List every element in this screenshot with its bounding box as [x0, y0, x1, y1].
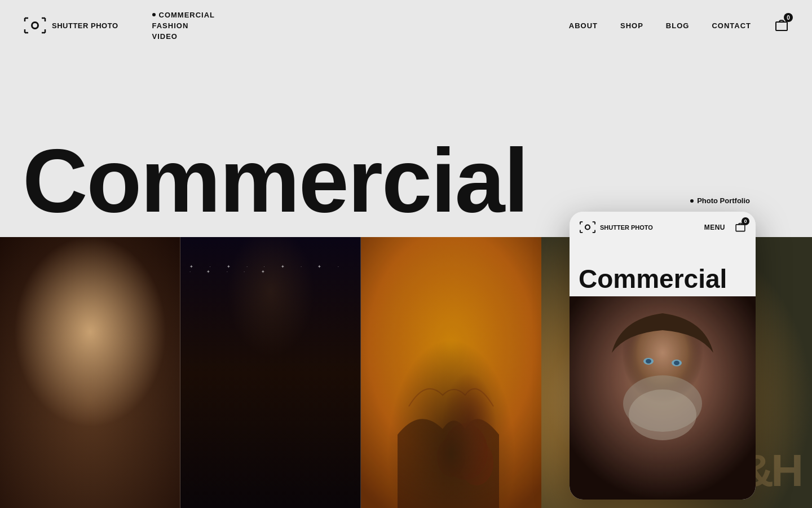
svg-rect-31 [180, 463, 361, 480]
svg-rect-4 [0, 237, 180, 508]
svg-point-11 [51, 356, 130, 412]
svg-point-26 [358, 287, 359, 288]
svg-rect-39 [361, 237, 541, 508]
nav-blog[interactable]: BLOG [666, 21, 690, 30]
svg-point-19 [318, 242, 319, 243]
man-portrait-svg [0, 237, 180, 508]
nav-commercial[interactable]: COMMERCIAL [152, 11, 215, 19]
svg-rect-32 [211, 406, 213, 474]
svg-line-38 [325, 429, 333, 440]
logo-icon [23, 16, 47, 35]
active-dot [152, 13, 156, 16]
svg-point-7 [72, 316, 78, 322]
photo-man-block[interactable] [0, 237, 180, 508]
svg-line-37 [316, 421, 325, 432]
svg-point-48 [586, 226, 589, 229]
nav-about[interactable]: ABOUT [569, 21, 598, 30]
nav-contact[interactable]: CONTACT [712, 21, 751, 30]
mobile-hero-title: Commercial [579, 266, 727, 292]
svg-point-42 [437, 437, 465, 477]
photo-portfolio-label: Photo Portfolio [690, 196, 750, 205]
svg-point-16 [222, 248, 223, 249]
photo-night [180, 237, 361, 508]
svg-point-20 [341, 256, 342, 257]
svg-point-22 [188, 276, 189, 277]
svg-point-23 [233, 268, 235, 269]
site-header: SHUTTER PHOTO COMMERCIAL FASHION VIDEO A… [0, 0, 812, 51]
mobile-logo: SHUTTER PHOTO [579, 220, 653, 234]
svg-rect-13 [180, 237, 361, 508]
photo-orange [361, 237, 541, 508]
mobile-header-right: MENU 0 [704, 220, 747, 235]
mobile-hero-section: Commercial [570, 243, 756, 296]
svg-point-5 [39, 265, 141, 389]
mobile-photo-svg [570, 296, 756, 500]
svg-rect-27 [245, 361, 296, 508]
svg-point-17 [250, 245, 251, 246]
svg-rect-58 [570, 296, 756, 500]
svg-line-35 [197, 432, 212, 440]
logo-text: SHUTTER PHOTO [52, 21, 118, 30]
svg-point-8 [100, 317, 111, 325]
svg-point-9 [102, 318, 109, 323]
svg-point-24 [267, 262, 268, 263]
svg-point-14 [223, 248, 358, 339]
mobile-cart-button[interactable]: 0 [734, 220, 747, 235]
nav-video[interactable]: VIDEO [152, 32, 215, 41]
logo-link[interactable]: SHUTTER PHOTO [23, 16, 118, 35]
svg-point-10 [45, 339, 135, 406]
svg-point-15 [200, 253, 201, 255]
label-dot [690, 199, 694, 203]
hero-section: Commercial [0, 51, 812, 237]
svg-rect-12 [0, 237, 180, 508]
night-landscape-svg [180, 237, 361, 508]
svg-rect-43 [361, 237, 541, 508]
mobile-mockup: SHUTTER PHOTO MENU 0 Commercial [570, 212, 756, 500]
svg-rect-30 [180, 474, 361, 508]
hero-title: Commercial [23, 135, 528, 226]
photo-orange-block[interactable] [361, 237, 541, 508]
mobile-photos [570, 296, 756, 500]
mobile-cart-count: 0 [742, 217, 749, 225]
svg-point-41 [460, 440, 493, 485]
svg-rect-3 [776, 22, 787, 30]
orange-bg-svg [361, 237, 541, 508]
mobile-menu-label[interactable]: MENU [704, 224, 725, 231]
svg-point-2 [33, 23, 37, 28]
cart-count: 0 [784, 13, 793, 22]
svg-marker-29 [251, 333, 290, 361]
photo-night-block[interactable] [180, 237, 361, 508]
mobile-logo-icon [579, 220, 597, 234]
svg-rect-36 [324, 423, 325, 474]
dropdown-nav: COMMERCIAL FASHION VIDEO [152, 11, 215, 41]
svg-point-21 [352, 270, 353, 271]
svg-point-40 [443, 423, 488, 480]
mobile-header: SHUTTER PHOTO MENU 0 [570, 212, 756, 243]
nav-shop[interactable]: SHOP [620, 21, 643, 30]
svg-marker-28 [240, 322, 302, 361]
svg-point-25 [307, 268, 308, 269]
header-right-nav: ABOUT SHOP BLOG CONTACT 0 [569, 16, 789, 34]
cart-button[interactable]: 0 [774, 16, 789, 34]
svg-point-6 [69, 315, 81, 323]
svg-line-34 [212, 412, 226, 429]
svg-line-33 [200, 401, 212, 418]
svg-rect-49 [736, 224, 745, 231]
photo-man [0, 237, 180, 508]
svg-point-18 [284, 251, 285, 252]
photos-row [0, 237, 541, 508]
nav-fashion[interactable]: FASHION [152, 21, 215, 30]
